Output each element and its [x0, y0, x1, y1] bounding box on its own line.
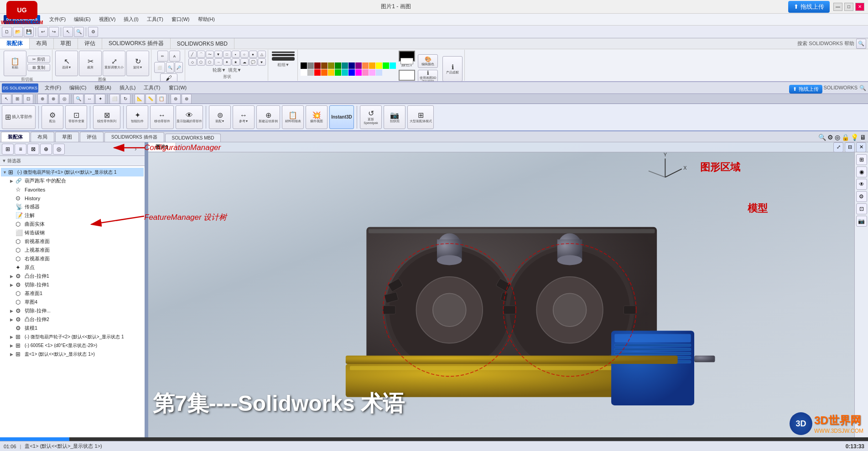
menu-view[interactable]: 视图(V): [95, 15, 120, 24]
rs-hide-show[interactable]: 👁: [856, 179, 867, 190]
sw-file-menu[interactable]: 文件(F): [41, 83, 65, 92]
sw-tb-btn11[interactable]: ↻: [120, 94, 130, 104]
ptab-icon4[interactable]: 🔒: [842, 134, 849, 141]
fill-ellipse[interactable]: ●: [249, 51, 257, 58]
close-button[interactable]: ✕: [855, 3, 864, 11]
tree-item-material[interactable]: ⬜ 铸造碳钢: [1, 228, 144, 237]
move-part-btn[interactable]: ↔ 移动零部件: [150, 105, 174, 129]
sw-tb-btn16[interactable]: ⊛: [182, 94, 192, 104]
tb2-new[interactable]: 🗋: [2, 27, 12, 37]
panel-expand-btn[interactable]: ›: [135, 145, 143, 153]
tree-item-front-plane[interactable]: ⬡ 前视基准面: [1, 237, 144, 246]
tree-item-wheel2[interactable]: ▶ ⊞ (-) 微型电葫芦轮子<2> (默认<<默认>_显示状态 1: [1, 332, 144, 341]
color-red[interactable]: [314, 69, 321, 76]
ptab-plugins[interactable]: SOLIDWORKS 插件器: [104, 132, 164, 142]
ptab-icon6[interactable]: 🖥: [860, 134, 866, 141]
resize-btn[interactable]: ⤢ 重新调整大小: [103, 51, 125, 76]
rs-camera[interactable]: 📷: [856, 216, 867, 227]
ptab-assembly[interactable]: 装配体: [1, 132, 30, 142]
sw-tb-btn5[interactable]: ⊗: [48, 94, 58, 104]
panel-resize-handle[interactable]: [146, 142, 148, 441]
rs-section-view[interactable]: ⊡: [856, 203, 867, 214]
tree-item-annotation[interactable]: 📝 注解: [1, 211, 144, 220]
arrow-right[interactable]: →: [214, 58, 223, 66]
callout[interactable]: 💬: [249, 58, 257, 66]
menu-file[interactable]: 文件(F): [46, 15, 69, 24]
tree-item-cut1[interactable]: ▶ ⚙ 切除-拉伸1: [1, 280, 144, 289]
color-blue[interactable]: [348, 69, 355, 76]
color-amber[interactable]: [328, 69, 334, 76]
color-brown[interactable]: [321, 62, 327, 69]
shape-dropdown[interactable]: ▼: [214, 51, 223, 58]
color-black[interactable]: [301, 62, 307, 69]
rs-display-style[interactable]: ◉: [856, 166, 867, 177]
ptab-layout[interactable]: 布局: [31, 132, 54, 142]
config-manager-tab[interactable]: ⊠: [27, 144, 39, 155]
menu-insert[interactable]: 插入(I): [120, 15, 142, 24]
tree-item-top-plane[interactable]: ⬡ 上视基准面: [1, 246, 144, 254]
heart[interactable]: ♥: [258, 58, 266, 66]
instant3d-btn[interactable]: Instant3D: [329, 105, 354, 129]
display-manager-tab[interactable]: ◎: [53, 144, 65, 155]
color-lime[interactable]: [383, 62, 389, 69]
sw-tb-btn8[interactable]: ↔: [84, 94, 94, 104]
pencil-icon[interactable]: ✏: [157, 51, 168, 62]
sw-tb-btn3[interactable]: ⊡: [23, 94, 33, 104]
insert-part-btn[interactable]: ⊞ 插入零部件: [2, 105, 36, 129]
menu-tools[interactable]: 工具(T): [143, 15, 167, 24]
triangle[interactable]: △: [258, 51, 266, 58]
explode-view-btn[interactable]: 💥 爆炸视图: [306, 105, 327, 129]
hexagon[interactable]: ⬡: [206, 58, 214, 66]
sw-edit-menu[interactable]: 编辑(C): [66, 83, 90, 92]
cloud[interactable]: ☁: [240, 58, 249, 66]
sw-tb-btn7[interactable]: 🔍: [73, 94, 83, 104]
color-darkgreen[interactable]: [335, 62, 341, 69]
tree-item-boss1[interactable]: ▶ ⚙ 凸台-拉伸1: [1, 272, 144, 280]
upload-button[interactable]: ⬆ 拖线上传: [788, 1, 830, 13]
rs-view-settings[interactable]: ⚙: [856, 191, 867, 202]
sw-tb-btn2[interactable]: ⊞: [12, 94, 22, 104]
color-yellow[interactable]: [376, 62, 382, 69]
search-icon[interactable]: 🔍: [856, 39, 866, 49]
update-speedpak-btn[interactable]: ↺ 更新 Speedpak: [360, 105, 382, 129]
zoom-in-icon[interactable]: 🔍: [166, 62, 174, 73]
property-manager-tab[interactable]: ≡: [15, 144, 26, 155]
assembly-btn[interactable]: ⊚ 装配▼: [209, 105, 231, 129]
sw-tb-btn12[interactable]: 📐: [135, 94, 145, 104]
sw-tb-btn10[interactable]: ⬜: [109, 94, 120, 104]
tree-item-cover[interactable]: ▶ ⊞ 盖<1> (默认<<默认>_显示状态 1>): [1, 350, 144, 358]
snapshot-btn[interactable]: 📷 拍快照: [384, 105, 405, 129]
color-gold[interactable]: [369, 62, 375, 69]
tb2-zoom[interactable]: 🔍: [74, 27, 84, 37]
product-info-btn[interactable]: ℹ 产品提醒: [442, 56, 463, 82]
ptab-icon5[interactable]: 💡: [851, 134, 858, 141]
paste-btn[interactable]: 📋 粘贴: [4, 51, 26, 76]
tab-assembly[interactable]: 装配体: [0, 38, 30, 49]
sw-upload-button[interactable]: ⬆ 拖线上传: [789, 85, 822, 93]
vp-btn-fullscreen[interactable]: ⤢: [833, 142, 843, 152]
ptab-evaluate[interactable]: 评估: [80, 132, 104, 142]
tree-item-surface[interactable]: ⬡ 曲面实体: [1, 220, 144, 228]
color-darkred[interactable]: [314, 62, 321, 69]
color2-selector[interactable]: [399, 70, 415, 81]
sw-view-menu[interactable]: 视图(A): [91, 83, 115, 92]
tree-item-boss2[interactable]: ▶ ⚙ 凸台-拉伸2: [1, 315, 144, 324]
ptab-icon3[interactable]: ◎: [835, 134, 840, 141]
tree-item-1[interactable]: ▶ 🔗 葫芦跑车 中的配合: [1, 176, 144, 185]
color-ltblue[interactable]: [342, 69, 348, 76]
bom-btn[interactable]: 📋 材料明细表: [282, 105, 304, 129]
tree-item-plane1[interactable]: ⬡ 基准面1: [1, 289, 144, 298]
tree-item-sensor[interactable]: 📡 传感器: [1, 202, 144, 211]
large-assembly-btn[interactable]: ⊞ 大型装配体模式: [407, 105, 434, 129]
sw-tb-btn14[interactable]: 📋: [156, 94, 166, 104]
cut-btn[interactable]: ✂ 剪切: [27, 56, 50, 63]
tab-evaluate[interactable]: 评估: [78, 38, 102, 49]
tree-item-bearing[interactable]: ▶ ⊞ (-) 6005E <1> (d0°E<显示状态-29>): [1, 341, 144, 350]
tab-sketch[interactable]: 草图: [54, 38, 78, 49]
tb2-select[interactable]: ↖: [63, 27, 73, 37]
sw-insert-menu[interactable]: 插入(L): [116, 83, 139, 92]
text-icon[interactable]: A: [169, 51, 180, 62]
sw-tools-menu[interactable]: 工具(T): [140, 83, 164, 92]
tab-layout[interactable]: 布局: [30, 38, 54, 49]
shape-freeform[interactable]: 〜: [206, 51, 214, 58]
